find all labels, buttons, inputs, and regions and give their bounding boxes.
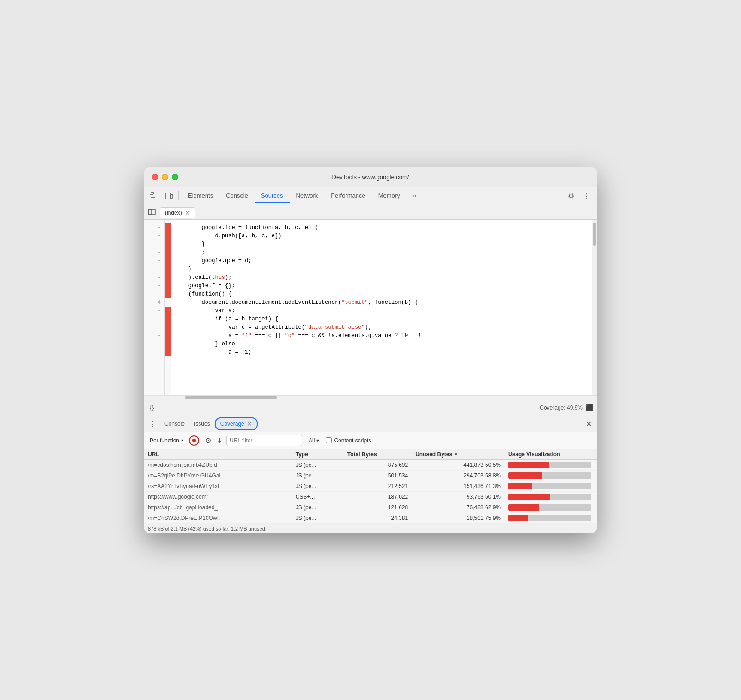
all-filter-dropdown[interactable]: All ▾ <box>306 436 322 445</box>
close-all-tabs-icon[interactable]: ✕ <box>583 418 594 429</box>
tab-issues[interactable]: Issues <box>189 419 215 429</box>
tab-network[interactable]: Network <box>290 189 325 203</box>
tab-elements[interactable]: Elements <box>182 189 219 203</box>
tab-menu-icon[interactable]: ⋮ <box>147 418 158 429</box>
content-scripts-label: Content scripts <box>334 437 371 444</box>
minimize-button[interactable] <box>162 174 168 180</box>
svg-rect-4 <box>171 194 173 198</box>
bottom-tab-bar: ⋮ Console Issues Coverage ✕ ✕ <box>144 416 597 432</box>
cell-type: JS (pe... <box>292 481 344 491</box>
maximize-button[interactable] <box>172 174 178 180</box>
device-icon[interactable] <box>163 189 176 202</box>
sidebar-toggle-icon[interactable] <box>146 206 158 218</box>
table-row[interactable]: /m=CnSW2d,DPreE,P10Owf,JS (pe...24,38118… <box>144 513 597 523</box>
format-icon: {} <box>148 403 156 412</box>
table-row[interactable]: /rs=AA2YrTvBynad-nWEy1xlJS (pe...212,521… <box>144 481 597 491</box>
toolbar-separator <box>178 191 179 200</box>
content-scripts-checkbox[interactable] <box>326 437 332 443</box>
vertical-scrollbar[interactable] <box>592 220 597 395</box>
scrollbar-thumb[interactable] <box>593 223 596 246</box>
tab-memory[interactable]: Memory <box>372 189 407 203</box>
tab-more[interactable]: » <box>407 189 423 203</box>
col-total-bytes[interactable]: Total Bytes <box>344 449 412 460</box>
inspect-icon[interactable] <box>148 189 161 202</box>
cell-total-bytes: 187,022 <box>344 491 412 502</box>
code-line-14: a = "1" === c || "q" === c && !a.element… <box>175 332 597 340</box>
code-line-9: (function() { <box>175 290 597 298</box>
code-line-10: document.documentElement.addEventListene… <box>175 298 597 307</box>
issues-tab-label: Issues <box>194 421 210 427</box>
code-line-6: } <box>175 265 597 273</box>
url-filter-input[interactable] <box>226 435 302 446</box>
download-coverage-button[interactable]: ⬇ <box>217 436 223 445</box>
h-scrollbar-thumb[interactable] <box>185 396 277 399</box>
horizontal-scrollbar[interactable] <box>144 395 597 400</box>
tab-navigation: Elements Console Sources Network Perform… <box>182 189 563 203</box>
table-row[interactable]: /m=cdos,hsm,jsa,mb4ZUb,dJS (pe...875,692… <box>144 459 597 470</box>
devtools-window: DevTools - www.google.com/ Elements Cons… <box>144 167 597 533</box>
cov-8 <box>165 282 171 290</box>
tab-performance[interactable]: Performance <box>324 189 371 203</box>
cov-15 <box>165 340 171 348</box>
svg-rect-6 <box>149 209 155 215</box>
table-row[interactable]: https://ap.../cb=gapi.loaded_JS (pe...12… <box>144 502 597 513</box>
line-num-2: – <box>144 232 164 240</box>
screenshot-icon[interactable]: ⬛ <box>585 404 593 411</box>
col-unused-bytes[interactable]: Unused Bytes <box>412 449 504 460</box>
col-usage-viz: Usage Visualization <box>504 449 597 460</box>
cell-type: CSS+... <box>292 491 344 502</box>
cell-usage-viz <box>504 513 597 523</box>
code-editor: – – – – – – – – – 4 – – – – – – <box>144 220 597 395</box>
line-num-13: – <box>144 323 164 332</box>
cell-unused-bytes: 441,873 50.5% <box>412 459 504 470</box>
tab-sources[interactable]: Sources <box>255 189 290 203</box>
table-row[interactable]: https://www.google.com/CSS+...187,02293,… <box>144 491 597 502</box>
col-url[interactable]: URL <box>144 449 292 460</box>
per-function-button[interactable]: Per function ▾ <box>148 436 185 445</box>
cov-2 <box>165 232 171 240</box>
line-num-6: – <box>144 265 164 273</box>
cell-type: JS (pe... <box>292 459 344 470</box>
code-line-11: var a; <box>175 307 597 315</box>
code-line-16: a = !1; <box>175 348 597 356</box>
traffic-lights <box>152 174 178 180</box>
cell-total-bytes: 875,692 <box>344 459 412 470</box>
cell-unused-bytes: 93,763 50.1% <box>412 491 504 502</box>
cov-14 <box>165 332 171 340</box>
coverage-tab-close-icon[interactable]: ✕ <box>247 420 252 428</box>
code-content[interactable]: google.fce = function(a, b, c, e) { d.pu… <box>171 220 597 395</box>
cell-url: https://www.google.com/ <box>144 491 292 502</box>
cell-url: https://ap.../cb=gapi.loaded_ <box>144 502 292 513</box>
cov-1 <box>165 223 171 232</box>
close-button[interactable] <box>152 174 158 180</box>
coverage-controls: Per function ▾ ⏺ ⊘ ⬇ All ▾ Content scrip… <box>144 432 597 449</box>
cell-total-bytes: 121,628 <box>344 502 412 513</box>
cell-url: /m=cdos,hsm,jsa,mb4ZUb,d <box>144 459 292 470</box>
clear-coverage-button[interactable]: ⊘ <box>203 435 213 446</box>
tab-coverage[interactable]: Coverage ✕ <box>215 417 258 430</box>
tab-console[interactable]: Console <box>160 419 189 429</box>
content-scripts-checkbox-label[interactable]: Content scripts <box>326 437 371 444</box>
file-tab-bar: (index) ✕ <box>144 205 597 220</box>
more-options-icon[interactable]: ⋮ <box>580 189 593 202</box>
code-line-5: google.qce = d; <box>175 257 597 265</box>
cell-type: JS (pe... <box>292 470 344 481</box>
cell-type: JS (pe... <box>292 502 344 513</box>
file-tab-close-icon[interactable]: ✕ <box>185 210 190 216</box>
line-num-3: – <box>144 240 164 248</box>
line-num-15: – <box>144 340 164 348</box>
code-line-15: } else <box>175 340 597 348</box>
cell-url: /m=B2qlPe,DhPYme,GU4Gal <box>144 470 292 481</box>
cell-unused-bytes: 151,436 71.3% <box>412 481 504 491</box>
code-line-8: google.f = {}; <box>175 282 597 290</box>
cell-total-bytes: 501,534 <box>344 470 412 481</box>
cov-16 <box>165 348 171 356</box>
tab-console[interactable]: Console <box>219 189 255 203</box>
line-num-4: – <box>144 248 164 257</box>
coverage-table: URL Type Total Bytes Unused Bytes Usage … <box>144 449 597 524</box>
record-coverage-button[interactable]: ⏺ <box>189 435 199 446</box>
file-tab-index[interactable]: (index) ✕ <box>160 207 195 218</box>
col-type[interactable]: Type <box>292 449 344 460</box>
settings-icon[interactable]: ⚙ <box>565 189 577 202</box>
table-row[interactable]: /m=B2qlPe,DhPYme,GU4GalJS (pe...501,5342… <box>144 470 597 481</box>
